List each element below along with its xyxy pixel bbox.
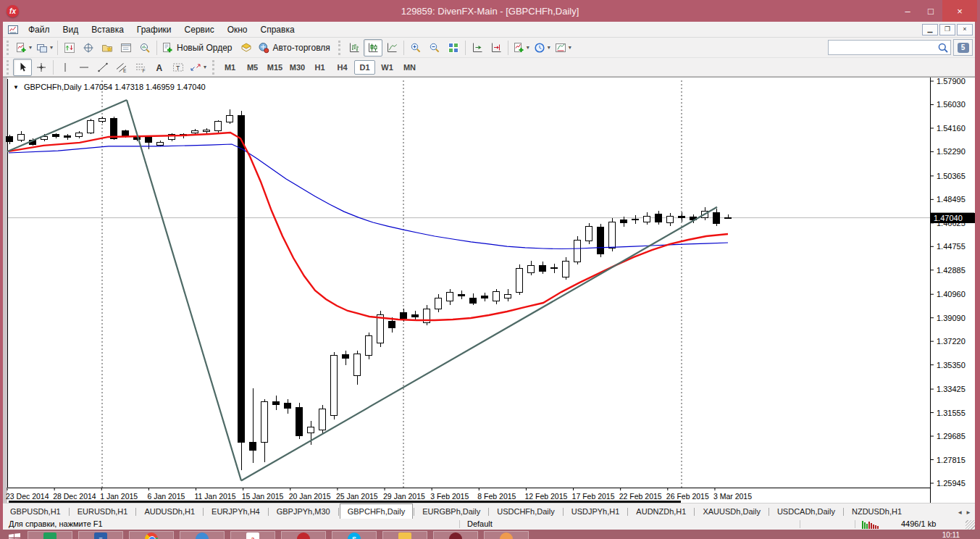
- taskbar-dark-red-ring-app[interactable]: [281, 531, 326, 539]
- taskbar-skype[interactable]: S: [332, 531, 377, 539]
- timeframe-m15-button[interactable]: M15: [264, 60, 285, 75]
- toolbar-drag-handle[interactable]: [338, 41, 343, 55]
- navigator-button[interactable]: [98, 39, 117, 57]
- chart-profiles-button[interactable]: ▾: [34, 39, 55, 57]
- menu-вставка[interactable]: Вставка: [85, 23, 130, 36]
- vertical-line-tool-button[interactable]: [56, 59, 75, 76]
- child-restore-button[interactable]: ❐: [939, 24, 955, 35]
- chevron-down-icon[interactable]: ▾: [50, 44, 53, 51]
- minimize-button[interactable]: –: [896, 0, 919, 22]
- chevron-down-icon[interactable]: ▾: [29, 44, 32, 51]
- price-axis[interactable]: 1.579001.560301.541601.522901.503651.484…: [931, 78, 966, 488]
- timeframe-d1-button[interactable]: D1: [354, 60, 375, 75]
- equidistant-channel-tool-button[interactable]: E: [112, 59, 131, 76]
- timeframe-mn-button[interactable]: MN: [399, 60, 420, 75]
- auto-scroll-button[interactable]: [468, 39, 487, 57]
- chart-tab-gbpjpyh[interactable]: GBPJPYh,M30: [269, 505, 338, 519]
- tabs-scroll-right-button[interactable]: ►: [966, 509, 971, 516]
- menu-окно[interactable]: Окно: [221, 23, 254, 36]
- menu-справка[interactable]: Справка: [254, 23, 301, 36]
- timeframe-w1-button[interactable]: W1: [377, 60, 398, 75]
- toolbar-drag-handle[interactable]: [7, 41, 12, 55]
- chart-type-candles-button[interactable]: [364, 39, 382, 57]
- taskbar-green-app[interactable]: [28, 531, 72, 539]
- chart-tab-eurjpyh[interactable]: EURJPYh,H4: [204, 505, 267, 519]
- status-profile[interactable]: Default: [467, 519, 493, 528]
- strategy-tester-button[interactable]: [135, 39, 154, 57]
- chart-tab-audusdh[interactable]: AUDUSDh,H1: [137, 505, 202, 519]
- menu-вид[interactable]: Вид: [56, 23, 85, 36]
- new-order-button[interactable]: Новый Ордер: [159, 39, 236, 57]
- fibonacci-tool-button[interactable]: F: [131, 59, 150, 76]
- trendline-2[interactable]: [127, 100, 241, 480]
- menu-файл[interactable]: Файл: [22, 23, 56, 36]
- taskbar-maroon-circle-app[interactable]: [433, 531, 478, 539]
- chevron-down-icon[interactable]: ▾: [204, 64, 206, 70]
- taskbar-red-a-app[interactable]: a: [230, 531, 275, 539]
- crosshair-tool-button[interactable]: [32, 59, 51, 76]
- market-watch-button[interactable]: [60, 39, 79, 57]
- chart-type-bars-button[interactable]: [345, 39, 364, 57]
- taskbar-blue-circle-app[interactable]: [180, 531, 225, 539]
- chart-shift-button[interactable]: [487, 39, 506, 57]
- start-button[interactable]: [9, 532, 20, 539]
- timeframe-m1-button[interactable]: M1: [219, 60, 240, 75]
- chevron-down-icon[interactable]: ▾: [569, 44, 571, 51]
- trendline-tool-button[interactable]: [93, 59, 112, 76]
- chart-type-line-button[interactable]: [382, 39, 401, 57]
- taskbar-folder-app[interactable]: [382, 531, 427, 539]
- chart-tab-nzdusdh[interactable]: NZDUSDh,H1: [845, 505, 909, 519]
- timeframe-h4-button[interactable]: H4: [332, 60, 353, 75]
- taskbar-blue-doc-app[interactable]: ≡: [78, 531, 123, 539]
- timeframe-m5-button[interactable]: M5: [242, 60, 263, 75]
- chart-tab-usdchfh[interactable]: USDCHFh,Daily: [490, 505, 561, 519]
- menu-графики[interactable]: Графики: [130, 23, 178, 36]
- new-chart-button[interactable]: ▾: [13, 39, 34, 57]
- child-minimize-button[interactable]: ▁: [922, 24, 938, 35]
- templates-button[interactable]: ▾: [553, 39, 574, 57]
- chevron-down-icon[interactable]: ▾: [548, 44, 550, 51]
- trendline-3[interactable]: [241, 207, 717, 481]
- text-label-tool-button[interactable]: T: [169, 59, 188, 76]
- timeframe-m30-button[interactable]: M30: [287, 60, 308, 75]
- chart-tab-gbpusdh[interactable]: GBPUSDh,H1: [3, 505, 68, 519]
- chart-tab-xauusdh[interactable]: XAUUSDh,Daily: [695, 505, 767, 519]
- terminal-button[interactable]: [117, 39, 135, 57]
- chart-tab-usdcadh[interactable]: USDCADh,Daily: [770, 505, 842, 519]
- cursor-tool-button[interactable]: [13, 59, 32, 76]
- chart-tab-usdjpyh[interactable]: USDJPYh,H1: [564, 505, 627, 519]
- menu-сервис[interactable]: Сервис: [178, 23, 221, 36]
- autotrading-button[interactable]: Авто-торговля: [256, 39, 335, 57]
- horizontal-line-tool-button[interactable]: [75, 59, 93, 76]
- timeframe-h1-button[interactable]: H1: [309, 60, 330, 75]
- tile-windows-button[interactable]: [444, 39, 463, 57]
- metaeditor-button[interactable]: [237, 39, 256, 57]
- chart-tab-audnzdh[interactable]: AUDNZDh,H1: [629, 505, 693, 519]
- blue-circle-app-icon: [196, 532, 209, 539]
- chevron-down-icon[interactable]: ▾: [527, 44, 529, 51]
- taskbar-chrome[interactable]: [129, 531, 174, 539]
- tabs-scroll-left-button[interactable]: ◄: [957, 509, 963, 516]
- periods-button[interactable]: ▾: [532, 39, 553, 57]
- arrows-tool-button[interactable]: ▾: [188, 59, 209, 76]
- search-input[interactable]: [829, 43, 937, 52]
- chart-tab-eurgbph[interactable]: EURGBPh,Daily: [415, 505, 487, 519]
- toolbar-drag-handle[interactable]: [212, 60, 217, 75]
- toolbar-drag-handle[interactable]: [7, 60, 12, 75]
- chart-tab-gbpchfh[interactable]: GBPCHFh,Daily: [340, 504, 413, 519]
- maximize-button[interactable]: □: [919, 0, 942, 22]
- child-close-button[interactable]: ×: [957, 24, 973, 35]
- symbol-dropdown-icon[interactable]: ▼: [13, 84, 19, 91]
- price-chart[interactable]: 1.579001.560301.541601.522901.503651.484…: [3, 78, 975, 504]
- taskbar-orange-circle-app[interactable]: [484, 531, 529, 539]
- resize-grip[interactable]: [966, 520, 975, 530]
- zoom-in-button[interactable]: [406, 39, 425, 57]
- data-window-button[interactable]: [79, 39, 98, 57]
- chart-tab-eurusdh[interactable]: EURUSDh,H1: [70, 505, 135, 519]
- mql5-community-button[interactable]: 5: [953, 39, 973, 56]
- zoom-out-button[interactable]: [425, 39, 444, 57]
- indicators-list-button[interactable]: ▾: [511, 39, 532, 57]
- date-axis[interactable]: 23 Dec 201428 Dec 20141 Jan 20156 Jan 20…: [6, 488, 752, 501]
- close-button[interactable]: ×: [942, 0, 977, 22]
- text-tool-button[interactable]: A: [150, 59, 169, 76]
